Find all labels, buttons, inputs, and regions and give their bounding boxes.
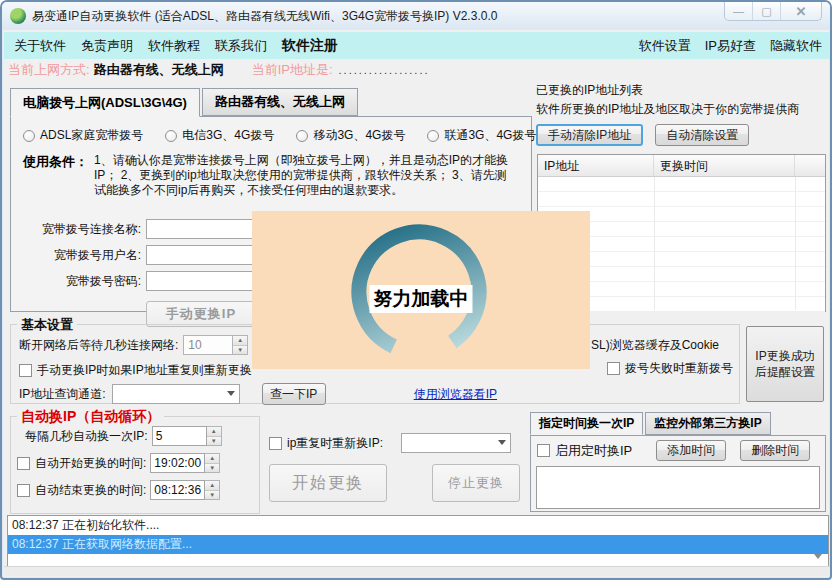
notify-settings-button[interactable]: IP更换成功 后提醒设置 [746,326,824,402]
log-line[interactable]: 08:12:37 正在初始化软件.... [8,516,828,535]
radio-unicom[interactable]: 联通3G、4G拨号 [427,127,536,144]
status-row: 当前上网方式: 路由器有线、无线上网 当前IP地址是: ............… [8,60,828,80]
radio-mobile[interactable]: 移动3G、4G拨号 [296,127,405,144]
spin-down-icon[interactable]: ▼ [205,490,219,500]
usage-conditions: 使用条件： 1、请确认你是宽带连接拨号上网（即独立拨号上网），并且是动态IP的才… [23,153,525,198]
close-icon[interactable]: ✕ [781,2,821,20]
tab-pc-dialup[interactable]: 电脑拨号上网(ADSL\3G\4G) [10,88,200,117]
dup-ip-manual-label: 手动更换IP时如果IP地址重复则重新更换 [37,362,252,379]
end-time-stepper[interactable]: ▲▼ [205,480,220,500]
interval-row: 每隔几秒自动换一次IP: 5 ▲▼ [25,426,222,446]
col-change-time[interactable]: 更换时间 [654,155,795,176]
dup-retry-label: ip重复时重新换IP: [287,435,383,452]
start-time-checkbox[interactable] [17,457,30,470]
spin-up-icon[interactable]: ▲ [207,427,221,436]
end-time-input[interactable]: 08:12:36 [150,480,205,500]
radio-unicom-label: 联通3G、4G拨号 [444,127,536,144]
ip-query-combo[interactable] [112,384,240,404]
col-divider [795,177,796,310]
caption-buttons: — ▢ ✕ [724,2,822,21]
start-time-row: 自动开始更换的时间: 19:02:00 ▲▼ [17,453,220,473]
menu-tutorial[interactable]: 软件教程 [148,37,200,55]
end-time-checkbox[interactable] [17,484,30,497]
interval-stepper[interactable]: ▲▼ [207,426,222,446]
timer-controls-row: 启用定时换IP 添加时间 删除时间 [537,440,821,461]
add-time-button[interactable]: 添加时间 [656,440,726,461]
end-time-label: 自动结束更换的时间: [35,482,146,499]
enable-timer-checkbox[interactable] [537,444,550,457]
check-ip-button[interactable]: 查一下IP [262,383,326,405]
maximize-icon[interactable]: ▢ [753,2,781,20]
log-box[interactable]: 08:12:37 正在初始化软件.... 08:12:37 正在获取网络数据配置… [7,515,829,568]
ip-list-buttons: 手动清除IP地址 自动清除设置 [536,124,828,146]
spin-down-icon[interactable]: ▼ [233,345,247,355]
auto-loop-group: 自动换IP（自动循环） 每隔几秒自动换一次IP: 5 ▲▼ 自动开始更换的时间:… [10,416,260,514]
dup-ip-manual-checkbox-row[interactable]: 手动更换IP时如果IP地址重复则重新更换 [19,362,252,379]
radio-icon [23,130,35,142]
spin-up-icon[interactable]: ▲ [205,454,219,463]
spin-down-icon[interactable]: ▼ [205,463,219,473]
menu-hide[interactable]: 隐藏软件 [770,37,822,55]
wait-seconds-row: 断开网络后等待几秒连接网络: 10 ▲▼ [19,335,248,355]
loading-overlay: 努力加载中 [252,211,590,369]
checkbox-icon[interactable] [607,362,620,375]
timer-body: 启用定时换IP 添加时间 删除时间 [530,435,826,512]
status-strip [4,566,832,576]
radio-icon [165,130,177,142]
clear-ip-manual-button[interactable]: 手动清除IP地址 [536,124,643,146]
start-time-input[interactable]: 19:02:00 [150,453,205,473]
loading-text: 努力加载中 [370,285,473,313]
menu-register[interactable]: 软件注册 [282,37,338,55]
clear-ip-auto-button[interactable]: 自动清除设置 [655,124,749,146]
menu-bar: 关于软件 免责声明 软件教程 联系我们 软件注册 软件设置 IP易好查 隐藏软件 [4,32,832,59]
radio-adsl[interactable]: ADSL家庭宽带拨号 [23,127,143,144]
chevron-down-icon[interactable] [814,554,822,559]
menu-about[interactable]: 关于软件 [14,37,66,55]
col-ip-address[interactable]: IP地址 [538,155,654,176]
minimize-icon[interactable]: — [725,2,753,20]
tab-external-monitor[interactable]: 监控外部第三方换IP [645,412,770,435]
conditions-text: 1、请确认你是宽带连接拨号上网（即独立拨号上网），并且是动态IP的才能换IP； … [94,153,518,198]
ip-list-title: 已更换的IP地址列表 [536,82,828,99]
dialup-type-radios: ADSL家庭宽带拨号 电信3G、4G拨号 移动3G、4G拨号 联通3G、4G拨号 [23,127,523,144]
delete-time-button[interactable]: 删除时间 [740,440,810,461]
spin-down-icon[interactable]: ▼ [207,436,221,446]
browser-view-ip-link[interactable]: 使用浏览器看IP [414,386,497,403]
menu-contact[interactable]: 联系我们 [215,37,267,55]
radio-icon [427,130,439,142]
window-title: 易变通IP自动更换软件 (适合ADSL、路由器有线无线Wifi、3G4G宽带拨号… [32,8,497,25]
wait-seconds-input[interactable]: 10 [183,335,233,355]
start-time-stepper[interactable]: ▲▼ [205,453,220,473]
conn-name-label: 宽带拨号连接名称: [11,221,141,238]
ip-query-label: IP地址查询通道: [19,386,106,403]
dup-retry-combo[interactable] [401,433,511,453]
radio-telecom[interactable]: 电信3G、4G拨号 [165,127,274,144]
tab-scheduled-change[interactable]: 指定时间换一次IP [530,412,643,435]
col-extra [795,155,825,176]
dup-retry-row[interactable]: ip重复时重新换IP: [269,433,511,453]
menu-settings[interactable]: 软件设置 [639,37,691,55]
wait-seconds-stepper[interactable]: ▲▼ [233,335,248,355]
timer-list[interactable] [536,466,820,509]
tab-router[interactable]: 路由器有线、无线上网 [202,88,358,116]
radio-icon [296,130,308,142]
log-line-selected[interactable]: 08:12:37 正在获取网络数据配置... [8,535,828,554]
redial-checkbox-row[interactable]: 拨号失败时重新拨号 [607,360,733,377]
stop-change-button[interactable]: 停止更换 [432,464,520,502]
interval-input[interactable]: 5 [152,426,207,446]
net-mode-label: 当前上网方式: [8,61,90,79]
spin-up-icon[interactable]: ▲ [233,336,247,345]
menu-ip-check[interactable]: IP易好查 [705,37,756,55]
start-change-button[interactable]: 开始更换 [269,464,387,502]
menu-disclaimer[interactable]: 免责声明 [81,37,133,55]
cookie-partial-text: SL)浏览器缓存及Cookie [591,337,719,354]
title-bar: 易变通IP自动更换软件 (适合ADSL、路由器有线无线Wifi、3G4G宽带拨号… [2,2,830,30]
spin-up-icon[interactable]: ▲ [205,481,219,490]
interval-label: 每隔几秒自动换一次IP: [25,428,148,445]
net-mode-value: 路由器有线、无线上网 [94,61,224,79]
dup-retry-checkbox[interactable] [269,437,282,450]
radio-adsl-label: ADSL家庭宽带拨号 [40,127,143,144]
col-divider [654,177,655,310]
chevron-down-icon [227,391,235,396]
checkbox-icon[interactable] [19,364,32,377]
